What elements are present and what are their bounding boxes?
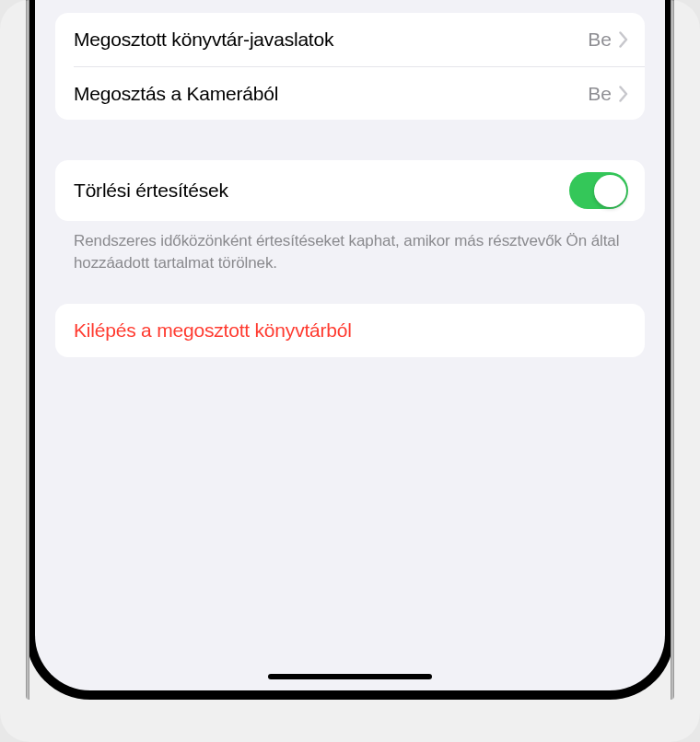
outer-canvas: Megosztott könyvtár-javaslatok Be Megosz… [0, 0, 700, 742]
settings-group-notifications: Törlési értesítések [55, 160, 645, 221]
phone-screen: Megosztott könyvtár-javaslatok Be Megosz… [35, 0, 665, 690]
row-deletion-notifications: Törlési értesítések [55, 160, 645, 221]
row-right: Be [588, 83, 628, 105]
toggle-switch[interactable] [569, 172, 628, 209]
toggle-label: Törlési értesítések [74, 180, 228, 202]
phone-edge-left [26, 0, 29, 700]
footer-description: Rendszeres időközönként értesítéseket ka… [55, 221, 645, 274]
row-value: Be [588, 83, 612, 105]
row-share-from-camera[interactable]: Megosztás a Kamerából Be [74, 66, 645, 120]
toggle-knob [594, 175, 626, 207]
phone-frame: Megosztott könyvtár-javaslatok Be Megosz… [26, 0, 674, 700]
row-value: Be [588, 29, 612, 51]
chevron-right-icon [619, 86, 628, 102]
row-leave-shared-library[interactable]: Kilépés a megosztott könyvtárból [55, 304, 645, 357]
row-right: Be [588, 29, 628, 51]
phone-edge-right [671, 0, 674, 700]
home-indicator[interactable] [268, 674, 432, 679]
chevron-right-icon [619, 31, 628, 48]
row-label: Megosztás a Kamerából [74, 83, 278, 105]
row-label: Megosztott könyvtár-javaslatok [74, 29, 333, 51]
row-shared-library-suggestions[interactable]: Megosztott könyvtár-javaslatok Be [55, 13, 645, 66]
settings-group-leave: Kilépés a megosztott könyvtárból [55, 304, 645, 357]
danger-label: Kilépés a megosztott könyvtárból [74, 319, 352, 342]
settings-group-sharing: Megosztott könyvtár-javaslatok Be Megosz… [55, 13, 645, 120]
